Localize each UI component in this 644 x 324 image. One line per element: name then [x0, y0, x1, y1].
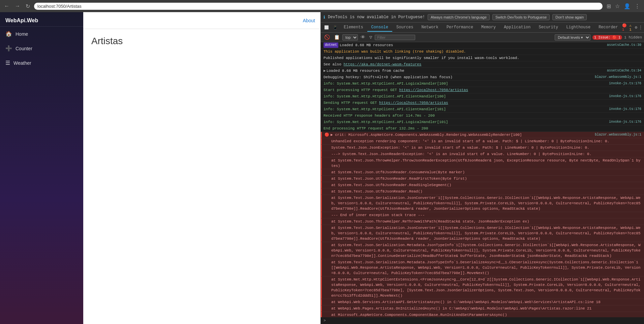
console-source[interactable]: blazor.webassembly.js:1 — [592, 132, 641, 138]
console-source[interactable]: invoke-js.ts:176 — [606, 107, 641, 112]
dont-show-btn[interactable]: Don't show again — [552, 14, 587, 20]
console-line: at System.Text.Json.ThrowHelper.ReThrowW… — [321, 218, 644, 225]
console-line: info: System.Net.Http.HttpClient.API.Cli… — [321, 93, 644, 100]
tab-performance[interactable]: Performance — [442, 24, 477, 32]
browser-actions: ⊞ ☆ 👤 ⋮ — [605, 2, 641, 10]
filter-icon[interactable]: ▽ — [368, 34, 373, 41]
sidebar-item-weather[interactable]: ☰ Weather — [0, 56, 83, 70]
menu-icon[interactable]: ⋮ — [633, 2, 641, 10]
sidebar-item-counter[interactable]: ➕ Counter — [0, 41, 83, 56]
console-text: at WebApi.Web.Pages.Artistas.OnInitializ… — [325, 306, 641, 311]
tab-network[interactable]: Network — [417, 24, 442, 32]
console-source[interactable]: blazor.webassembly.js:1 — [592, 75, 641, 80]
console-text: at System.Text.Json.Serialization.Metada… — [325, 260, 641, 276]
forward-button[interactable]: → — [13, 2, 22, 10]
console-text: See also https://aka.ms/dotnet-wasm-feat… — [324, 62, 641, 67]
console-text: --- End of inner exception stack trace -… — [325, 212, 641, 218]
toolbar-right: Default levels ▾ 1 Issue: 🔴 1 1 hidden — [555, 34, 642, 40]
console-line: at System.Text.Json.Utf8JsonReader.Consu… — [321, 169, 644, 176]
console-link[interactable]: https://aka.ms/dotnet-wasm-features — [343, 62, 421, 66]
weather-icon: ☰ — [5, 60, 10, 66]
console-text: Debugging hotkey: Shift+Alt+D (when appl… — [324, 75, 592, 80]
tab-sources[interactable]: Sources — [392, 24, 417, 32]
prompt-chevron: > — [324, 319, 326, 323]
console-source[interactable]: invoke-js.ts:176 — [606, 94, 641, 99]
tab-recorder[interactable]: Recorder — [594, 24, 622, 32]
sidebar: WebApi.Web 🏠 Home ➕ Counter ☰ Weather — [0, 12, 83, 324]
page-title: Artistas — [91, 36, 312, 47]
console-text: at System.Text.Json.Utf8JsonReader.Read(… — [325, 189, 641, 194]
console-text: at System.Text.Json.Utf8JsonReader.ReadF… — [325, 176, 641, 181]
error-count-badge: 🔴 1 — [622, 23, 628, 32]
console-link[interactable]: https://localhost:7050/artistas — [399, 88, 468, 92]
levels-selector[interactable]: Default levels ▾ — [555, 34, 590, 40]
sidebar-item-home[interactable]: 🏠 Home — [0, 27, 83, 41]
error-icon: 🔴 — [325, 132, 329, 138]
tab-security[interactable]: Security — [535, 24, 562, 32]
console-line: at System.Text.Json.Serialization.Metada… — [321, 242, 644, 259]
console-link[interactable]: https://localhost:7050/artistas — [379, 101, 448, 105]
warning-count-badge: ⚠ 1 — [629, 23, 634, 32]
console-text: Published applications will be significa… — [324, 55, 641, 61]
expand-icon[interactable]: ▶ — [324, 68, 326, 73]
profile-icon[interactable]: 👤 — [622, 2, 632, 10]
switch-devtools-btn[interactable]: Switch DevTools to Portuguese — [492, 14, 550, 20]
console-text: Loaded 8.68 MB resources — [340, 42, 604, 48]
hidden-badge: 1 hidden — [624, 35, 642, 39]
console-line: at System.Text.Json.Utf8JsonReader.Read(… — [321, 188, 644, 195]
console-line: Sending HTTP request GET https://localho… — [321, 100, 644, 106]
console-source[interactable]: assetsCache.ts:34 — [604, 68, 641, 73]
console-output[interactable]: dotnetLoaded 8.68 MB resourcesassetsCach… — [321, 42, 644, 317]
inspect-icon[interactable]: ⬜ — [322, 25, 331, 30]
tab-console[interactable]: Console — [367, 24, 392, 32]
always-match-btn[interactable]: Always match Chrome's language — [428, 14, 490, 20]
console-line: info: System.Net.Http.HttpClient.API.Log… — [321, 81, 644, 87]
tab-lighthouse[interactable]: Lighthouse — [562, 24, 594, 32]
console-line: ▶Loaded 8.68 MB resources from cacheasse… — [321, 68, 644, 74]
console-line: at System.Text.Json.Serialization.JsonCo… — [321, 195, 644, 212]
back-button[interactable]: ← — [3, 2, 11, 10]
console-line: Start processing HTTP request GET https:… — [321, 87, 644, 93]
sidebar-item-label: Weather — [13, 60, 31, 66]
dotnet-badge: dotnet — [324, 42, 338, 48]
address-bar[interactable]: localhost:7050/Artistas — [34, 3, 603, 10]
console-line: Published applications will be significa… — [321, 55, 644, 61]
console-text: System.Text.Json.JsonException: '<' is a… — [325, 145, 641, 150]
console-line: Unhandled exception rendering component:… — [321, 138, 644, 145]
devtools-tabs: ⬜ 📱 Elements Console Sources Network Per… — [321, 23, 644, 33]
console-text: Loaded 8.68 MB resources from cache — [327, 68, 604, 73]
console-line: at System.Text.Json.Utf8JsonReader.ReadF… — [321, 176, 644, 182]
tab-application[interactable]: Application — [500, 24, 534, 32]
console-text: Sending HTTP request GET https://localho… — [324, 100, 641, 106]
about-link[interactable]: About — [303, 18, 315, 23]
app-title: WebApi.Web — [0, 12, 83, 27]
browser-chrome: ← → ↻ localhost:7050/Artistas ⊞ ☆ 👤 ⋮ — [0, 0, 644, 12]
console-line: Received HTTP response headers after 114… — [321, 113, 644, 119]
issue-badge: 1 Issue: 🔴 1 — [592, 35, 622, 40]
console-source[interactable]: assetsCache.ts:30 — [604, 42, 641, 48]
settings-icon[interactable]: ⚙ — [635, 25, 637, 30]
console-text: ▶ crit: Microsoft.AspNetCore.Components.… — [331, 132, 592, 138]
device-icon[interactable]: 📱 — [331, 25, 340, 30]
bookmark-icon[interactable]: ☆ — [614, 2, 621, 10]
console-text: ---> System.Text.Json.JsonReaderExceptio… — [325, 151, 641, 157]
console-text: at System.Text.Json.Utf8JsonReader.ReadS… — [325, 182, 641, 188]
cast-icon[interactable]: ⊞ — [605, 2, 612, 10]
context-selector[interactable]: top — [342, 34, 358, 40]
console-source[interactable]: invoke-js.ts:176 — [606, 81, 641, 86]
refresh-button[interactable]: ↻ — [24, 2, 31, 10]
tab-elements[interactable]: Elements — [340, 24, 367, 32]
url-text: localhost:7050/Artistas — [37, 4, 82, 9]
console-text: Received HTTP response headers after 114… — [324, 113, 641, 118]
console-text: info: System.Net.Http.HttpClient.API.Log… — [324, 81, 606, 86]
console-text: at System.Text.Json.Serialization.JsonCo… — [325, 225, 641, 241]
devtools-more-icon[interactable]: ⋮ — [639, 25, 643, 30]
tab-memory[interactable]: Memory — [477, 24, 500, 32]
console-line: 🔴▶ crit: Microsoft.AspNetCore.Components… — [321, 132, 644, 138]
console-source[interactable]: invoke-js.ts:176 — [606, 119, 641, 125]
preserve-log-icon[interactable]: 📋 — [333, 34, 341, 41]
eye-icon[interactable]: 👁 — [359, 34, 367, 41]
page-content: Artistas — [83, 29, 320, 324]
filter-input[interactable] — [375, 35, 415, 40]
clear-console-icon[interactable]: 🚫 — [323, 34, 331, 41]
